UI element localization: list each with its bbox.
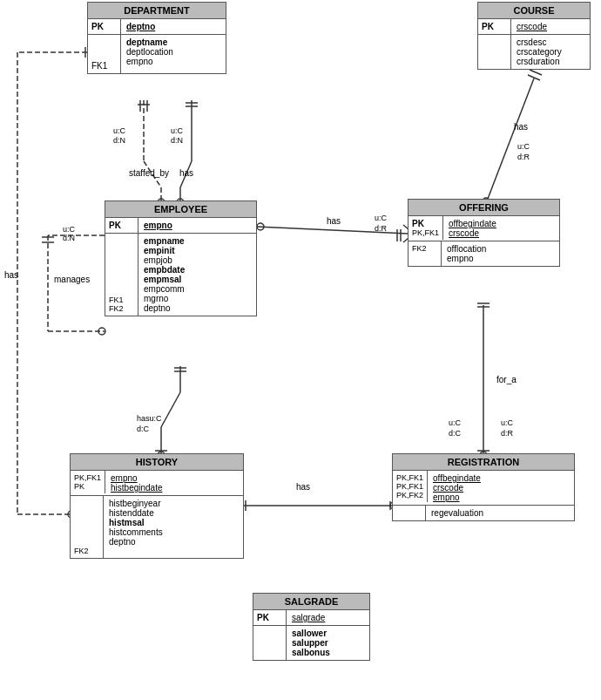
- employee-title: EMPLOYEE: [105, 201, 256, 218]
- emp-hist-card1: hasu:C: [137, 414, 162, 423]
- department-title: DEPARTMENT: [88, 3, 226, 19]
- dept-emp-card1: u:C: [113, 126, 125, 135]
- emp-off-card2: d:R: [375, 224, 387, 233]
- reg-crscode: crscode: [433, 483, 481, 493]
- off-crscode: crscode: [449, 228, 496, 238]
- emp-pk-label: PK: [109, 221, 134, 230]
- emp-empno: empno: [144, 221, 172, 230]
- course-crscode: crscode: [517, 22, 547, 31]
- hist-histbeginyear: histbeginyear: [109, 499, 163, 508]
- off-empno: empno: [447, 254, 486, 263]
- dept-empno: empno: [126, 57, 173, 66]
- emp-empname: empname: [144, 236, 185, 246]
- for-a-label: for_a: [496, 375, 517, 384]
- hist-histbegindate: histbegindate: [111, 483, 163, 493]
- dept-emp-card2: d:N: [113, 136, 125, 145]
- hist-histmsal: histmsal: [109, 518, 163, 527]
- dept-pk-label: PK: [91, 22, 117, 31]
- hist-empno: empno: [111, 473, 163, 483]
- emp-deptno: deptno: [144, 303, 185, 313]
- emp-fk1-label: FK1: [109, 296, 134, 304]
- hist-fk2-label: FK2: [74, 547, 99, 555]
- staffed-by-label: staffed_by: [129, 168, 169, 178]
- sal-sallower: sallower: [292, 629, 330, 638]
- salgrade-entity: SALGRADE PK salgrade sallower salupper s…: [253, 593, 370, 661]
- course-pk-label: PK: [482, 22, 507, 31]
- svg-line-21: [528, 75, 540, 80]
- dept-fk1-label: FK1: [91, 61, 117, 71]
- reg-offbegindate: offbegindate: [433, 473, 481, 483]
- reg-pkfk2-label: PK,FK2: [396, 491, 423, 500]
- employee-entity: EMPLOYEE PK empno FK1 FK2 empname empini…: [105, 200, 257, 316]
- emp-empbdate: empbdate: [144, 265, 185, 275]
- history-entity: HISTORY PK,FK1 PK empno histbegindate FK…: [70, 453, 244, 559]
- reg-pkfk1a-label: PK,FK1: [396, 473, 423, 482]
- hist-histcomments: histcomments: [109, 527, 163, 537]
- course-crsduration: crsduration: [517, 57, 562, 66]
- has-hist-reg-label: has: [296, 482, 310, 492]
- dept-deptno: deptno: [126, 22, 155, 31]
- offering-title: OFFERING: [409, 200, 559, 216]
- emp-off-card1: u:C: [375, 214, 387, 222]
- emp-self-card2: d:N: [63, 234, 75, 242]
- sal-salupper: salupper: [292, 638, 330, 648]
- course-title: COURSE: [478, 3, 590, 19]
- history-title: HISTORY: [71, 454, 243, 471]
- off-reg-card2: d:C: [449, 429, 461, 438]
- course-crscategory: crscategory: [517, 47, 562, 57]
- course-off-card2: d:R: [517, 153, 530, 161]
- off-reg-card4: d:R: [501, 429, 513, 438]
- svg-point-14: [257, 223, 264, 230]
- course-entity: COURSE PK crscode crsdesc crscategory cr…: [477, 2, 591, 70]
- hist-deptno: deptno: [109, 537, 163, 547]
- reg-regevaluation: regevaluation: [431, 508, 483, 518]
- hist-pkfk1-label: PK,FK1: [74, 473, 101, 482]
- dept-emp-has-card2: d:N: [171, 136, 183, 145]
- dept-deptname: deptname: [126, 37, 173, 47]
- emp-empcomm: empcomm: [144, 284, 185, 294]
- hist-histenddate: histenddate: [109, 508, 163, 518]
- erd-diagram: COURSE PK crscode crsdesc crscategory cr…: [0, 0, 601, 700]
- has-emp-offering-label: has: [327, 216, 341, 226]
- dept-deptlocation: deptlocation: [126, 47, 173, 57]
- svg-point-26: [98, 328, 105, 335]
- off-offlocation: offlocation: [447, 244, 486, 254]
- hist-pk-label: PK: [74, 482, 101, 491]
- sal-salbonus: salbonus: [292, 648, 330, 657]
- department-entity: DEPARTMENT PK deptno FK1 deptname deptlo…: [87, 2, 226, 74]
- emp-empmsal: empmsal: [144, 275, 185, 284]
- registration-title: REGISTRATION: [393, 454, 574, 471]
- reg-pkfk1b-label: PK,FK1: [396, 482, 423, 491]
- off-offbegindate: offbegindate: [449, 219, 496, 228]
- course-crsdesc: crsdesc: [517, 37, 562, 47]
- salgrade-title: SALGRADE: [253, 594, 369, 610]
- emp-empinit: empinit: [144, 246, 185, 255]
- reg-empno: empno: [433, 493, 481, 502]
- svg-line-19: [488, 78, 534, 199]
- course-off-card1: u:C: [517, 142, 530, 151]
- emp-self-card1: u:C: [63, 225, 75, 234]
- off-reg-card1: u:C: [449, 418, 461, 427]
- has-dept-emp-label: has: [179, 168, 193, 178]
- sal-pk-label: PK: [257, 613, 282, 622]
- manages-label: manages: [54, 275, 90, 284]
- emp-fk2-label: FK2: [109, 304, 134, 313]
- off-pk-label: PK: [412, 219, 439, 228]
- svg-line-22: [530, 70, 542, 75]
- offering-entity: OFFERING PK PK,FK1 offbegindate crscode …: [408, 199, 560, 267]
- svg-line-35: [161, 392, 180, 427]
- has-left-label: has: [4, 270, 18, 280]
- dept-emp-has-card1: u:C: [171, 126, 183, 135]
- emp-mgrno: mgrno: [144, 294, 185, 303]
- registration-entity: REGISTRATION PK,FK1 PK,FK1 PK,FK2 offbeg…: [392, 453, 575, 521]
- emp-empjob: empjob: [144, 255, 185, 265]
- off-pkfk1-label: PK,FK1: [412, 228, 439, 237]
- off-fk2-label: FK2: [412, 244, 437, 253]
- emp-hist-card2: d:C: [137, 425, 149, 433]
- has-course-offering-label: has: [514, 122, 528, 132]
- sal-salgrade: salgrade: [292, 613, 325, 622]
- off-reg-card3: u:C: [501, 418, 513, 427]
